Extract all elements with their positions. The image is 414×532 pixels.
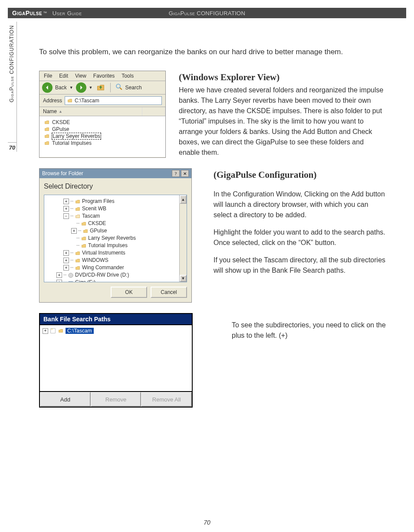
address-value: C:\Tascam: [75, 98, 99, 104]
add-button[interactable]: Add: [40, 392, 91, 407]
menu-edit[interactable]: Edit: [59, 73, 68, 79]
list-item-label: CKSDE: [52, 119, 70, 125]
forward-icon[interactable]: [76, 82, 86, 93]
list-item[interactable]: GPulse: [44, 126, 161, 133]
tree-item-label: Larry Seyer Reverbs: [88, 235, 136, 242]
svg-rect-3: [69, 281, 72, 282]
section-config-p2: Highlight the folder you want to add to …: [214, 227, 386, 248]
explorer-menubar: File Edit View Favorites Tools: [39, 71, 165, 81]
folder-icon: [58, 328, 64, 333]
tree-item-label: Tutorial Impulses: [88, 242, 128, 249]
svg-point-0: [116, 84, 120, 88]
tree-item-label: Wing Commander: [82, 264, 124, 271]
help-icon[interactable]: ?: [172, 170, 180, 177]
bank-paths-panel: Bank File Search Paths + C:\Tascam Add R…: [39, 313, 193, 408]
expand-icon[interactable]: +: [63, 199, 69, 204]
browse-folder-dialog: Browse for Folder ? ✕ Select Directory +…: [39, 168, 192, 303]
toolbar-divider: [110, 83, 111, 92]
expand-icon[interactable]: +: [71, 228, 77, 234]
explorer-file-list: CKSDE GPulse Larry Seyer Reverbs Tutoria…: [39, 116, 165, 157]
expand-icon[interactable]: +: [43, 328, 48, 334]
toolbar-search-label[interactable]: Search: [125, 85, 142, 91]
list-item[interactable]: Tutorial Impulses: [44, 140, 161, 147]
tree-item-label: CKSDE: [88, 220, 106, 227]
tree-item-label: Program Files: [82, 198, 115, 205]
explorer-list-header: Name ▲: [39, 107, 165, 116]
section-config-p3: If you select the Tascam directory, all …: [214, 255, 386, 276]
dialog-title: Browse for Folder: [42, 170, 83, 176]
collapse-icon[interactable]: −: [63, 213, 69, 219]
tree-item-label: Scenit WB: [82, 205, 106, 212]
explorer-toolbar: Back ▼ ▼ Search: [39, 81, 165, 95]
menu-file[interactable]: File: [44, 73, 52, 79]
expand-icon[interactable]: +: [63, 206, 69, 212]
document-header: GigaPulse ™ User Guide GigaPulse CONFIGU…: [8, 8, 406, 18]
side-page-number: 70: [8, 142, 16, 151]
folder-tree[interactable]: +┄Program Files +┄Scenit WB −┄Tascam ┄CK…: [44, 195, 187, 282]
tree-item-label: GPulse: [90, 227, 107, 235]
back-dropdown-icon[interactable]: ▼: [69, 85, 73, 90]
dialog-titlebar: Browse for Folder ? ✕: [39, 169, 191, 178]
section-heading-config: (GigaPulse Configuration): [214, 168, 386, 182]
expand-icon[interactable]: +: [63, 250, 69, 256]
chapter-name: GigaPulse CONFIGURATION: [169, 10, 245, 16]
list-item[interactable]: Larry Seyer Reverbs: [44, 133, 161, 140]
svg-point-2: [69, 273, 73, 277]
menu-tools[interactable]: Tools: [122, 73, 134, 79]
up-folder-icon[interactable]: [95, 82, 106, 93]
expand-icon[interactable]: +: [63, 258, 69, 263]
list-item-label: Larry Seyer Reverbs: [52, 133, 101, 139]
list-item-label: Tutorial Impulses: [52, 140, 92, 146]
expand-icon[interactable]: +: [56, 272, 62, 278]
address-label: Address: [43, 98, 62, 104]
address-input[interactable]: C:\Tascam: [65, 96, 162, 105]
footer-page-number: 70: [204, 519, 210, 526]
intro-paragraph: To solve this problem, we can reorganize…: [39, 47, 386, 58]
bank-paths-list[interactable]: + C:\Tascam: [40, 325, 192, 392]
section-explorer-text: Here we have created several folders and…: [179, 85, 386, 158]
bank-path-label: C:\Tascam: [66, 328, 94, 334]
tree-item-label: WINDOWS: [82, 257, 108, 264]
explorer-window: File Edit View Favorites Tools Back ▼ ▼: [39, 71, 166, 158]
section-bank-text: To see the subdirectories, you need to c…: [232, 320, 386, 341]
tree-item-label: DVD/CD-RW Drive (D:): [75, 271, 129, 279]
menu-favorites[interactable]: Favorites: [93, 73, 115, 79]
list-item-label: GPulse: [52, 126, 69, 132]
remove-all-button[interactable]: Remove All: [141, 392, 192, 407]
doc-title: User Guide: [53, 10, 82, 16]
column-name-label: Name: [43, 108, 57, 114]
bank-paths-title: Bank File Search Paths: [40, 314, 192, 325]
forward-dropdown-icon[interactable]: ▼: [89, 85, 93, 90]
product-name: GigaPulse: [8, 10, 42, 16]
svg-line-1: [120, 88, 122, 90]
tree-item-label: Tascam: [82, 212, 100, 220]
list-item[interactable]: CKSDE: [44, 119, 161, 126]
sort-asc-icon: ▲: [59, 109, 62, 114]
column-spacer: [142, 107, 165, 116]
tree-item-label: Virtual Instruments: [82, 249, 125, 257]
section-heading-explorer: (Windows Explorer View): [179, 71, 386, 85]
menu-view[interactable]: View: [75, 73, 86, 79]
search-icon[interactable]: [115, 83, 123, 92]
scroll-down-icon[interactable]: ▼: [180, 275, 187, 282]
side-chapter-label: GigaPulse CONFIGURATION: [8, 22, 16, 141]
side-tab: GigaPulse CONFIGURATION 70: [8, 22, 17, 152]
remove-button[interactable]: Remove: [91, 392, 141, 407]
back-icon[interactable]: [42, 82, 53, 93]
column-name[interactable]: Name ▲: [39, 107, 142, 116]
trademark-symbol: ™: [43, 11, 47, 15]
back-label[interactable]: Back: [55, 85, 67, 91]
close-icon[interactable]: ✕: [181, 170, 189, 177]
bank-path-item[interactable]: + C:\Tascam: [43, 328, 189, 334]
cancel-button[interactable]: Cancel: [151, 287, 187, 298]
tree-scrollbar[interactable]: ▲ ▼: [179, 195, 187, 282]
expand-icon[interactable]: +: [56, 280, 62, 282]
section-config-p1: In the Configuration Window, Clicking on…: [214, 189, 386, 220]
expand-icon[interactable]: +: [63, 265, 69, 271]
svg-rect-4: [51, 329, 56, 333]
scroll-up-icon[interactable]: ▲: [180, 195, 187, 204]
tree-item-label: Gigs (E:): [75, 279, 95, 282]
dialog-instruction: Select Directory: [44, 183, 187, 190]
new-item-icon: [50, 328, 56, 334]
ok-button[interactable]: OK: [111, 287, 147, 298]
